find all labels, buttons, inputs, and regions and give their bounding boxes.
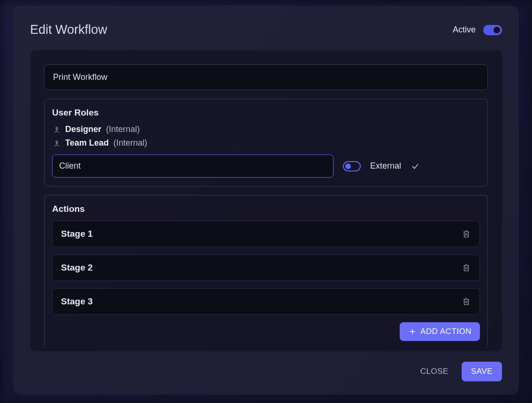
external-toggle-knob [345, 163, 351, 169]
stage-title: Stage 2 [61, 263, 93, 273]
role-name: Team Lead [65, 138, 109, 148]
actions-section: Actions Stage 1 Stage 2 Stage 3 [44, 195, 488, 346]
stage-title: Stage 1 [61, 229, 93, 239]
close-button[interactable]: CLOSE [418, 362, 451, 381]
person-icon [53, 140, 61, 147]
trash-icon[interactable] [462, 297, 471, 306]
active-label: Active [453, 25, 476, 35]
user-roles-section: User Roles Designer (Internal) Team Lead… [44, 99, 488, 186]
stage-row[interactable]: Stage 1 [52, 221, 480, 247]
edit-workflow-modal: Edit Workflow Active User Roles Designer… [13, 6, 519, 395]
person-icon [53, 126, 61, 133]
svg-point-1 [56, 140, 58, 142]
active-toggle-knob [494, 27, 500, 33]
active-toggle-group: Active [453, 25, 502, 35]
stage-row[interactable]: Stage 3 [52, 288, 480, 315]
confirm-role-button[interactable] [410, 162, 420, 171]
modal-body: User Roles Designer (Internal) Team Lead… [30, 50, 502, 351]
plus-icon [408, 327, 417, 336]
trash-icon[interactable] [462, 263, 471, 272]
stage-row[interactable]: Stage 2 [52, 255, 480, 281]
role-scope: (Internal) [114, 138, 147, 148]
role-name: Designer [65, 124, 101, 134]
modal-header: Edit Workflow Active [30, 23, 502, 37]
trash-icon[interactable] [462, 229, 471, 239]
role-row: Team Lead (Internal) [52, 138, 480, 148]
external-label: External [370, 161, 401, 171]
stage-title: Stage 3 [61, 296, 93, 307]
modal-footer: CLOSE SAVE [30, 362, 502, 381]
role-scope: (Internal) [106, 124, 140, 134]
role-row: Designer (Internal) [52, 124, 480, 134]
add-action-wrap: ADD ACTION [52, 322, 480, 341]
active-toggle[interactable] [483, 25, 502, 35]
svg-point-0 [56, 127, 58, 129]
modal-title: Edit Workflow [30, 23, 107, 37]
new-role-input[interactable] [52, 155, 334, 178]
new-role-row: External [52, 155, 480, 178]
add-action-button[interactable]: ADD ACTION [400, 322, 480, 341]
actions-title: Actions [52, 204, 480, 214]
user-roles-title: User Roles [52, 108, 480, 118]
save-button[interactable]: SAVE [462, 362, 502, 381]
workflow-name-input[interactable] [44, 64, 488, 90]
external-toggle[interactable] [343, 161, 361, 171]
add-action-label: ADD ACTION [420, 327, 471, 336]
